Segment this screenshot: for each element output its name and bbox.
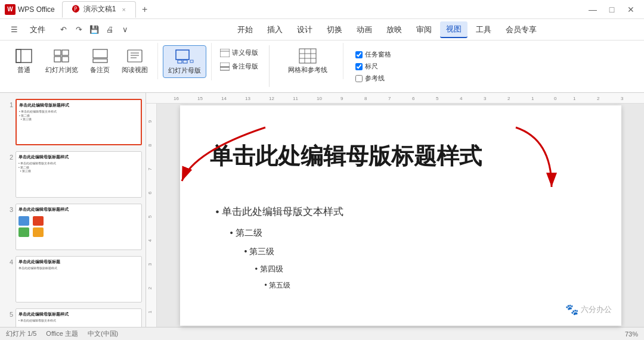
slide-thumb-1[interactable]: 1 单击此处编辑母版标题样式 • 单击此处编辑母版文本样式• 第二级 • 第三级 [2, 98, 143, 146]
svg-text:8: 8 [364, 96, 367, 101]
menu-icon-btn[interactable]: ☰ [7, 23, 21, 37]
normal-view-btn[interactable]: 普通 [10, 45, 38, 77]
maximize-btn[interactable]: □ [603, 3, 620, 16]
ribbon-content: 普通 幻灯片浏览 备注页 [5, 43, 639, 92]
ppt-icon: 🅟 [72, 5, 80, 14]
menu-vip[interactable]: 会员专享 [500, 21, 543, 38]
lecture-master-label: 讲义母版 [232, 48, 258, 57]
reading-view-btn[interactable]: 阅读视图 [117, 45, 153, 77]
slide-master-btn[interactable]: 幻灯片母版 [163, 45, 206, 78]
grid-ref-items: 网格和参考线 [283, 45, 332, 77]
menu-animation[interactable]: 动画 [351, 21, 378, 38]
menu-bar: ☰ 文件 ↶ ↷ 💾 🖨 ∨ 开始 插入 设计 切换 动画 放映 审阅 视图 工… [0, 19, 644, 40]
slide-title-preview-4: 单击此处编辑母版标题 [18, 259, 139, 265]
ruler-label: 标尺 [365, 62, 378, 71]
slide-text-preview-2: • 单击此处编辑母版文本样式• 第二级 • 第三级 [18, 161, 139, 173]
slide-body-level5: • 第五级 [216, 277, 344, 293]
slides-panel[interactable]: 1 单击此处编辑母版标题样式 • 单击此处编辑母版文本样式• 第二级 • 第三级… [0, 93, 146, 327]
slide-num-3: 3 [4, 204, 13, 213]
slide-thumb-img-3[interactable]: 单击此处编辑母版标题样式 [16, 204, 142, 250]
ruler-vertical: 9 8 7 6 5 4 3 2 1 0 [146, 104, 157, 327]
undo-btn[interactable]: ↶ [56, 23, 70, 37]
notes-master-btn[interactable]: 备注母版 [216, 60, 262, 73]
menu-transition[interactable]: 切换 [321, 21, 348, 38]
slide-browse-icon [52, 48, 72, 64]
svg-text:12: 12 [269, 96, 274, 101]
svg-text:2: 2 [147, 286, 153, 289]
slide-thumb-img-2[interactable]: 单击此处编辑母版标题样式 • 单击此处编辑母版文本样式• 第二级 • 第三级 [16, 151, 142, 198]
theme-info: Office 主题 [46, 329, 78, 338]
ruler-horizontal: 16 15 14 13 12 11 10 9 8 7 6 5 4 3 2 1 0 [146, 93, 644, 104]
svg-rect-2 [54, 50, 61, 55]
svg-text:5: 5 [147, 215, 153, 218]
svg-rect-1 [16, 49, 21, 63]
svg-text:14: 14 [221, 96, 227, 101]
slide-main-title[interactable]: 单击此处编辑母版标题样式 [210, 141, 482, 171]
save-btn[interactable]: 💾 [87, 23, 101, 37]
slide-thumb-img-5[interactable]: 单击此处编辑母版标题样式 • 单击此处编辑母版文本样式 [16, 308, 142, 327]
slide-body[interactable]: • 单击此处编辑母版文本样式 • 第二级 • 第三级 • 第四级 • 第五级 [216, 201, 344, 294]
redo-btn[interactable]: ↷ [72, 23, 86, 37]
slide-icon-blue [18, 216, 29, 226]
slide-thumb-img-4[interactable]: 单击此处编辑母版标题 单击此处编辑母版副标题样式 [16, 256, 142, 302]
svg-rect-19 [220, 67, 230, 70]
slide-thumb-2[interactable]: 2 单击此处编辑母版标题样式 • 单击此处编辑母版文本样式• 第二级 • 第三级 [2, 150, 143, 199]
svg-text:4: 4 [460, 96, 463, 101]
checkbox-items: 任务窗格 标尺 参考线 [355, 45, 391, 83]
tab-close-btn[interactable]: × [122, 6, 125, 13]
task-pane-checkbox[interactable] [355, 51, 363, 58]
guides-check[interactable]: 参考线 [355, 74, 391, 83]
slide-master-icon [175, 48, 194, 65]
wps-logo-text: WPS Office [18, 5, 55, 14]
slide-num-4: 4 [4, 256, 13, 266]
more-btn[interactable]: ∨ [118, 23, 132, 37]
print-btn[interactable]: 🖨 [103, 23, 117, 37]
svg-text:13: 13 [245, 96, 250, 101]
ruler-checkbox[interactable] [355, 63, 363, 70]
title-bar: W WPS Office 🅟 演示文稿1 × + — □ ✕ [0, 0, 644, 19]
svg-text:10: 10 [317, 96, 322, 101]
svg-rect-7 [93, 59, 107, 63]
tab-bar: 🅟 演示文稿1 × + [62, 1, 584, 18]
menu-design[interactable]: 设计 [291, 21, 318, 38]
menu-insert[interactable]: 插入 [261, 21, 289, 38]
lecture-master-btn[interactable]: 讲义母版 [216, 46, 262, 59]
slide-icon-orange [33, 227, 44, 237]
svg-rect-12 [176, 50, 189, 60]
top-nav-items: 开始 插入 设计 切换 动画 放映 审阅 视图 工具 会员专享 [135, 21, 639, 38]
menu-playback[interactable]: 放映 [380, 21, 408, 38]
menu-start[interactable]: 开始 [231, 21, 259, 38]
ribbon-group-checkboxes: 任务窗格 标尺 参考线 [343, 43, 403, 85]
svg-text:2: 2 [507, 96, 510, 101]
ruler-check[interactable]: 标尺 [355, 62, 391, 71]
slide-thumb-3[interactable]: 3 单击此处编辑母版标题样式 [2, 202, 143, 251]
guides-checkbox[interactable] [355, 75, 363, 82]
minimize-btn[interactable]: — [584, 3, 601, 16]
menu-review[interactable]: 审阅 [410, 21, 438, 38]
view-mode-btns: 普通 幻灯片浏览 备注页 [10, 45, 153, 77]
file-tab[interactable]: 🅟 演示文稿1 × [62, 1, 136, 18]
menu-tools[interactable]: 工具 [470, 21, 497, 38]
menu-file[interactable]: 文件 [24, 22, 51, 38]
menu-view[interactable]: 视图 [440, 21, 467, 38]
wps-logo: W WPS Office [5, 4, 55, 15]
quick-toolbar: ☰ [7, 23, 21, 37]
slide-canvas[interactable]: 单击此处编辑母版标题样式 • 单击此处编辑母版文本样式 • 第二级 • 第三级 … [180, 105, 621, 326]
close-btn[interactable]: ✕ [623, 3, 639, 16]
svg-rect-3 [62, 50, 69, 55]
notes-page-btn[interactable]: 备注页 [85, 45, 114, 77]
slide-thumb-4[interactable]: 4 单击此处编辑母版标题 单击此处编辑母版副标题样式 [2, 255, 143, 304]
slide-thumb-img-1[interactable]: 单击此处编辑母版标题样式 • 单击此处编辑母版文本样式• 第二级 • 第三级 [16, 99, 142, 145]
slide-thumb-5[interactable]: 5 单击此处编辑母版标题样式 • 单击此处编辑母版文本样式 [2, 307, 143, 327]
slide-text-preview-1: • 单击此处编辑母版文本样式• 第二级 • 第三级 [19, 110, 138, 121]
slide-browse-btn[interactable]: 幻灯片浏览 [41, 45, 83, 77]
task-pane-label: 任务窗格 [365, 50, 391, 59]
new-tab-btn[interactable]: + [137, 4, 152, 15]
slide-num-1: 1 [4, 99, 13, 108]
master-small-btns: 讲义母版 备注母版 [216, 45, 262, 73]
slide-icons-row2 [18, 227, 139, 237]
master-view-btns: 幻灯片母版 [163, 45, 206, 78]
ribbon-sep [269, 45, 270, 87]
task-pane-check[interactable]: 任务窗格 [355, 50, 391, 59]
grid-btn[interactable]: 网格和参考线 [283, 45, 332, 77]
